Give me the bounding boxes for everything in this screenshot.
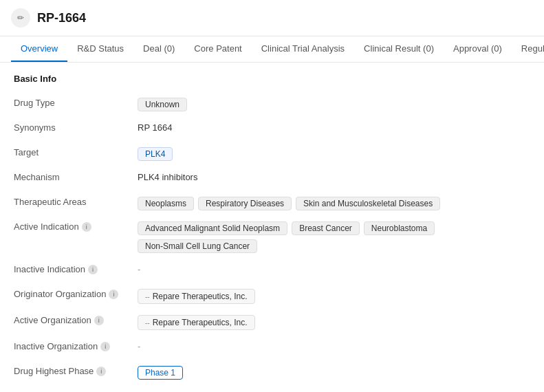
originator-org-info-icon[interactable]: i xyxy=(109,290,118,299)
therapeutic-areas-row: Therapeutic Areas NeoplasmsRespiratory D… xyxy=(14,191,530,216)
inactive-org-row: Inactive Organization i - xyxy=(14,336,530,360)
inactive-org-label: Inactive Organization i xyxy=(14,341,138,351)
drug-type-row: Drug Type Unknown xyxy=(14,92,530,117)
active-indication-info-icon[interactable]: i xyxy=(82,222,91,232)
originator-org-text: Repare Therapeutics, Inc. xyxy=(153,292,248,301)
tab-clinical-result[interactable]: Clinical Result (0) xyxy=(354,36,444,62)
active-org-text: Repare Therapeutics, Inc. xyxy=(153,318,248,327)
first-approval-row: First Approval Date - xyxy=(14,385,530,392)
therapeutic-areas-value: NeoplasmsRespiratory DiseasesSkin and Mu… xyxy=(138,197,530,210)
inactive-indication-label: Inactive Indication i xyxy=(14,264,138,274)
tab-core-patent[interactable]: Core Patent xyxy=(184,36,251,62)
edit-icon: ✏ xyxy=(11,8,30,28)
target-badge[interactable]: PLK4 xyxy=(138,147,173,161)
section-title: Basic Info xyxy=(14,74,530,84)
target-row: Target PLK4 xyxy=(14,142,530,166)
active-org-badge[interactable]: -- Repare Therapeutics, Inc. xyxy=(138,315,255,330)
drug-type-label: Drug Type xyxy=(14,98,138,108)
active-indication-badge: Advanced Malignant Solid Neoplasm xyxy=(138,221,287,235)
inactive-org-text: - xyxy=(138,341,140,351)
drug-highest-phase-row: Drug Highest Phase i Phase 1 xyxy=(14,360,530,385)
synonyms-value: RP 1664 xyxy=(138,122,530,133)
drug-highest-phase-info-icon[interactable]: i xyxy=(96,367,106,376)
tab-rd-status[interactable]: R&D Status xyxy=(67,36,133,62)
active-org-value: -- Repare Therapeutics, Inc. xyxy=(138,315,530,330)
active-org-info-icon[interactable]: i xyxy=(94,316,104,325)
tab-clinical-trial-analysis[interactable]: Clinical Trial Analysis xyxy=(252,36,354,62)
drug-highest-phase-badge: Phase 1 xyxy=(138,366,183,380)
drug-highest-phase-value: Phase 1 xyxy=(138,366,530,380)
tab-regulation[interactable]: Regulation (0) xyxy=(512,36,544,62)
target-label: Target xyxy=(14,147,138,157)
therapeutic-area-badge: Neoplasms xyxy=(138,197,194,210)
mechanism-text: PLK4 inhibitors xyxy=(138,172,197,182)
mechanism-row: Mechanism PLK4 inhibitors xyxy=(14,166,530,191)
originator-org-value: -- Repare Therapeutics, Inc. xyxy=(138,289,530,304)
active-org-label: Active Organization i xyxy=(14,315,138,325)
active-indication-value: Advanced Malignant Solid NeoplasmBreast … xyxy=(138,221,530,253)
active-indication-badge: Non-Small Cell Lung Cancer xyxy=(138,239,257,253)
active-indication-row: Active Indication i Advanced Malignant S… xyxy=(14,216,530,259)
mechanism-label: Mechanism xyxy=(14,172,138,182)
tab-deal[interactable]: Deal (0) xyxy=(133,36,184,62)
originator-org-row: Originator Organization i -- Repare Ther… xyxy=(14,283,530,309)
active-indication-badge: Breast Cancer xyxy=(292,221,360,235)
inactive-indication-value: - xyxy=(138,264,530,274)
therapeutic-area-badge: Respiratory Diseases xyxy=(198,197,292,210)
synonyms-label: Synonyms xyxy=(14,122,138,133)
inactive-org-value: - xyxy=(138,341,530,351)
page-header: ✏ RP-1664 xyxy=(0,0,544,36)
originator-org-label: Originator Organization i xyxy=(14,289,138,299)
tab-overview[interactable]: Overview xyxy=(11,36,67,62)
drug-type-badge: Unknown xyxy=(138,98,187,111)
active-indication-badge: Neuroblastoma xyxy=(364,221,435,235)
therapeutic-areas-label: Therapeutic Areas xyxy=(14,197,138,207)
main-content: Basic Info Drug Type Unknown Synonyms RP… xyxy=(0,63,544,392)
inactive-indication-info-icon[interactable]: i xyxy=(88,265,98,274)
drug-highest-phase-label: Drug Highest Phase i xyxy=(14,366,138,376)
active-org-row: Active Organization i -- Repare Therapeu… xyxy=(14,309,530,336)
inactive-indication-text: - xyxy=(138,264,140,274)
target-value: PLK4 xyxy=(138,147,530,161)
active-org-arrow-icon: -- xyxy=(145,319,150,327)
originator-org-badge[interactable]: -- Repare Therapeutics, Inc. xyxy=(138,289,255,304)
org-arrow-icon: -- xyxy=(145,293,150,301)
synonyms-text: RP 1664 xyxy=(138,122,172,133)
page-title: RP-1664 xyxy=(37,11,86,25)
therapeutic-area-badge: Skin and Musculoskeletal Diseases xyxy=(296,197,440,210)
mechanism-value: PLK4 inhibitors xyxy=(138,172,530,182)
inactive-org-info-icon[interactable]: i xyxy=(100,342,110,351)
active-indication-label: Active Indication i xyxy=(14,221,138,232)
drug-type-value: Unknown xyxy=(138,98,530,111)
tab-bar: Overview R&D Status Deal (0) Core Patent… xyxy=(0,36,544,63)
inactive-indication-row: Inactive Indication i - xyxy=(14,259,530,283)
synonyms-row: Synonyms RP 1664 xyxy=(14,117,530,142)
tab-approval[interactable]: Approval (0) xyxy=(444,36,512,62)
